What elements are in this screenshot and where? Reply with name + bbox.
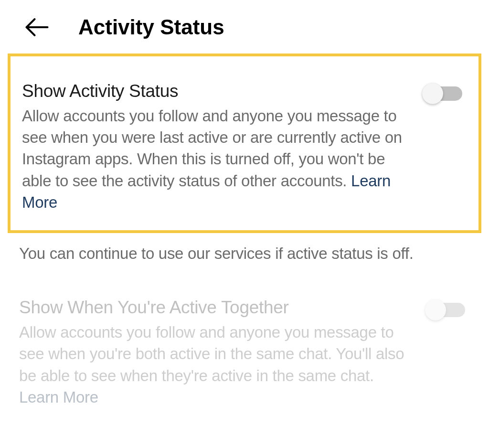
show-active-together-description: Allow accounts you follow and anyone you…	[19, 321, 415, 408]
continue-note-section: You can continue to use our services if …	[0, 233, 489, 264]
show-active-together-content: Show When You're Active Together Allow a…	[19, 298, 415, 408]
show-activity-status-title: Show Activity Status	[22, 81, 413, 101]
learn-more-link-together[interactable]: Learn More	[19, 388, 98, 406]
show-activity-status-description-text: Allow accounts you follow and anyone you…	[22, 107, 402, 190]
show-active-together-description-text: Allow accounts you follow and anyone you…	[19, 323, 404, 384]
header: Activity Status	[0, 0, 489, 50]
show-active-together-row: Show When You're Active Together Allow a…	[19, 298, 470, 408]
show-active-together-toggle[interactable]	[425, 299, 470, 320]
highlighted-setting-box: Show Activity Status Allow accounts you …	[8, 53, 481, 233]
show-activity-status-row: Show Activity Status Allow accounts you …	[22, 81, 467, 213]
show-active-together-section: Show When You're Active Together Allow a…	[0, 298, 489, 408]
show-activity-status-toggle[interactable]	[422, 83, 467, 104]
back-arrow-icon[interactable]	[24, 14, 50, 40]
show-activity-status-content: Show Activity Status Allow accounts you …	[22, 81, 413, 213]
continue-note-text: You can continue to use our services if …	[19, 243, 470, 264]
page-title: Activity Status	[78, 15, 224, 39]
show-active-together-title: Show When You're Active Together	[19, 298, 415, 318]
show-activity-status-description: Allow accounts you follow and anyone you…	[22, 105, 413, 213]
toggle-thumb	[422, 83, 443, 104]
toggle-thumb	[425, 299, 446, 320]
